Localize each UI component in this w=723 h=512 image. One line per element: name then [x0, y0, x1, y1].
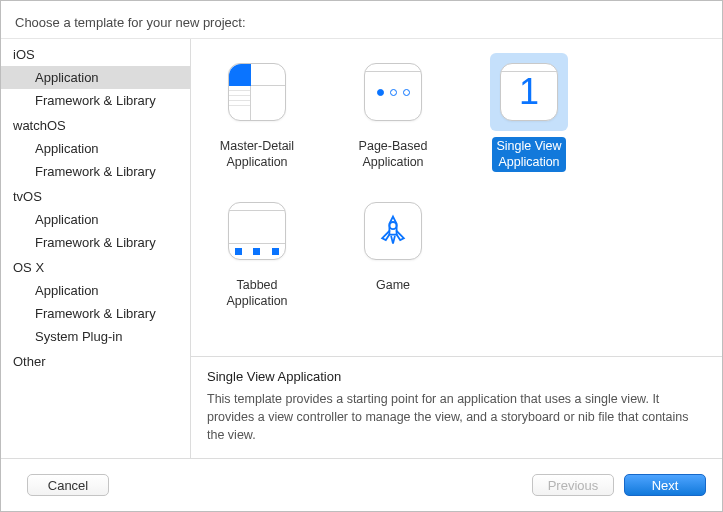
master-detail-icon: [228, 63, 286, 121]
platform-watchos[interactable]: watchOS: [1, 112, 190, 137]
tabbed-icon: [228, 202, 286, 260]
spaceship-icon: [375, 213, 411, 249]
single-view-icon: 1: [500, 63, 558, 121]
sidebar-item-ios-framework[interactable]: Framework & Library: [1, 89, 190, 112]
sidebar-item-tvos-framework[interactable]: Framework & Library: [1, 231, 190, 254]
sidebar-item-osx-framework[interactable]: Framework & Library: [1, 302, 190, 325]
template-pane: Master-DetailApplication Page-BasedAppli…: [191, 39, 722, 458]
template-game[interactable]: Game: [345, 192, 441, 311]
sidebar-item-watchos-framework[interactable]: Framework & Library: [1, 160, 190, 183]
template-page-based[interactable]: Page-BasedApplication: [345, 53, 441, 172]
sidebar-item-ios-application[interactable]: Application: [1, 66, 190, 89]
footer-bar: Cancel Previous Next: [1, 459, 722, 511]
template-icon-wrap: [218, 53, 296, 131]
template-label: TabbedApplication: [222, 276, 291, 311]
description-title: Single View Application: [207, 369, 706, 384]
platform-tvos[interactable]: tvOS: [1, 183, 190, 208]
platform-sidebar: iOS Application Framework & Library watc…: [1, 39, 191, 458]
new-project-sheet: Choose a template for your new project: …: [0, 0, 723, 512]
template-label: Page-BasedApplication: [355, 137, 432, 172]
sidebar-item-osx-application[interactable]: Application: [1, 279, 190, 302]
previous-button[interactable]: Previous: [532, 474, 614, 496]
platform-osx[interactable]: OS X: [1, 254, 190, 279]
template-label: Game: [372, 276, 414, 296]
template-description: Single View Application This template pr…: [191, 356, 722, 458]
template-icon-wrap: [354, 192, 432, 270]
template-icon-wrap: 1: [490, 53, 568, 131]
template-single-view[interactable]: 1 Single ViewApplication: [481, 53, 577, 172]
game-icon: [364, 202, 422, 260]
cancel-button[interactable]: Cancel: [27, 474, 109, 496]
template-grid: Master-DetailApplication Page-BasedAppli…: [191, 39, 722, 356]
page-based-icon: [364, 63, 422, 121]
sidebar-item-watchos-application[interactable]: Application: [1, 137, 190, 160]
description-text: This template provides a starting point …: [207, 390, 706, 444]
sidebar-item-tvos-application[interactable]: Application: [1, 208, 190, 231]
template-tabbed[interactable]: TabbedApplication: [209, 192, 305, 311]
prompt-label: Choose a template for your new project:: [1, 1, 722, 39]
platform-other[interactable]: Other: [1, 348, 190, 373]
template-master-detail[interactable]: Master-DetailApplication: [209, 53, 305, 172]
template-label: Single ViewApplication: [492, 137, 565, 172]
next-button[interactable]: Next: [624, 474, 706, 496]
platform-ios[interactable]: iOS: [1, 41, 190, 66]
content-area: iOS Application Framework & Library watc…: [1, 39, 722, 459]
template-icon-wrap: [218, 192, 296, 270]
template-icon-wrap: [354, 53, 432, 131]
sidebar-item-osx-plugin[interactable]: System Plug-in: [1, 325, 190, 348]
template-label: Master-DetailApplication: [216, 137, 298, 172]
